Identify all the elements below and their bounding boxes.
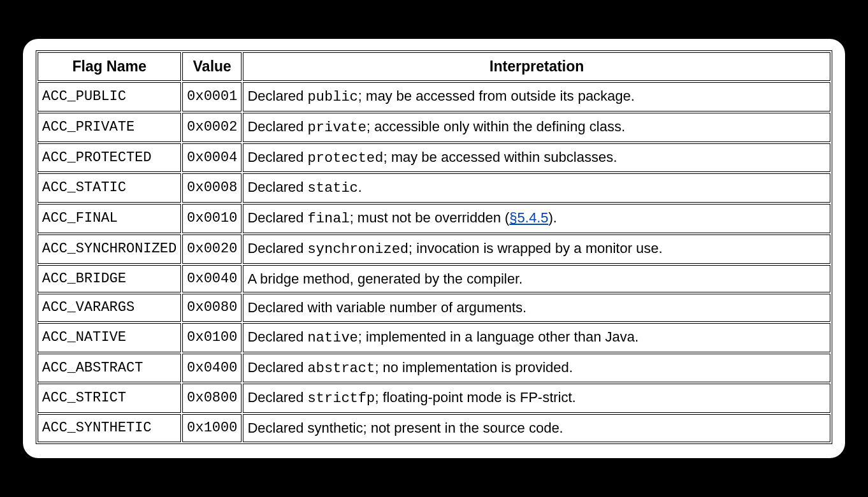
col-header-flag: Flag Name [38, 52, 181, 81]
table-row: ACC_PUBLIC0x0001Declared public; may be … [38, 82, 830, 112]
keyword-code: final [308, 211, 350, 227]
interpretation-text: Declared [247, 149, 307, 165]
interpretation-text: ; floating-point mode is FP-strict. [375, 389, 575, 405]
keyword-code: strictfp [308, 391, 375, 407]
interpretation-text: Declared with variable number of argumen… [247, 299, 526, 315]
keyword-code: synchronized [308, 241, 409, 257]
interpretation-text: ; invocation is wrapped by a monitor use… [409, 240, 663, 256]
flag-name-cell: ACC_PRIVATE [38, 113, 181, 142]
interpretation-text: ; no implementation is provided. [375, 359, 573, 375]
table-row: ACC_BRIDGE0x0040A bridge method, generat… [38, 265, 830, 293]
flag-interpretation-cell: Declared with variable number of argumen… [243, 294, 830, 322]
flag-value-cell: 0x0020 [182, 234, 242, 264]
flag-interpretation-cell: Declared strictfp; floating-point mode i… [243, 384, 830, 413]
interpretation-text: Declared [247, 359, 307, 375]
table-body: ACC_PUBLIC0x0001Declared public; may be … [38, 82, 830, 442]
table-row: ACC_ABSTRACT0x0400Declared abstract; no … [38, 354, 830, 383]
table-row: ACC_VARARGS0x0080Declared with variable … [38, 294, 830, 322]
flag-name-cell: ACC_PROTECTED [38, 143, 181, 173]
table-header-row: Flag Name Value Interpretation [38, 52, 830, 81]
flag-value-cell: 0x0100 [182, 323, 242, 352]
flag-name-cell: ACC_ABSTRACT [38, 354, 181, 383]
interpretation-text: . [358, 179, 362, 195]
flag-interpretation-cell: Declared synthetic; not present in the s… [243, 414, 830, 442]
flag-interpretation-cell: Declared protected; may be accessed with… [243, 143, 830, 173]
table-row: ACC_STRICT0x0800Declared strictfp; float… [38, 384, 830, 413]
spec-section-link[interactable]: §5.4.5 [509, 210, 548, 226]
interpretation-text: ; must not be overridden ( [350, 210, 510, 226]
table-row: ACC_SYNTHETIC0x1000Declared synthetic; n… [38, 414, 830, 442]
interpretation-text: Declared synthetic; not present in the s… [247, 420, 563, 436]
table-row: ACC_STATIC0x0008Declared static. [38, 173, 830, 203]
keyword-code: public [308, 89, 358, 105]
interpretation-text: Declared [247, 119, 307, 134]
interpretation-text: ; implemented in a language other than J… [358, 329, 639, 345]
table-header: Flag Name Value Interpretation [38, 52, 830, 81]
col-header-interpretation: Interpretation [243, 52, 830, 81]
flag-interpretation-cell: Declared synchronized; invocation is wra… [243, 234, 830, 264]
interpretation-text: Declared [247, 88, 307, 104]
table-row: ACC_SYNCHRONIZED0x0020Declared synchroni… [38, 234, 830, 264]
flag-name-cell: ACC_FINAL [38, 204, 181, 233]
keyword-code: abstract [308, 361, 375, 377]
table-row: ACC_FINAL0x0010Declared final; must not … [38, 204, 830, 233]
flag-name-cell: ACC_STATIC [38, 173, 181, 203]
flag-value-cell: 0x0040 [182, 265, 242, 293]
access-flags-table: Flag Name Value Interpretation ACC_PUBLI… [36, 50, 832, 443]
flag-name-cell: ACC_STRICT [38, 384, 181, 413]
interpretation-text: ; may be accessed within subclasses. [383, 149, 617, 165]
flag-value-cell: 0x0001 [182, 82, 242, 112]
interpretation-text: Declared [247, 329, 307, 345]
flag-value-cell: 0x1000 [182, 414, 242, 442]
keyword-code: private [308, 120, 366, 136]
interpretation-text: ; may be accessed from outside its packa… [358, 88, 635, 104]
flag-interpretation-cell: A bridge method, generated by the compil… [243, 265, 830, 293]
table-row: ACC_NATIVE0x0100Declared native; impleme… [38, 323, 830, 352]
table-row: ACC_PROTECTED0x0004Declared protected; m… [38, 143, 830, 173]
flag-name-cell: ACC_PUBLIC [38, 82, 181, 112]
flag-name-cell: ACC_SYNCHRONIZED [38, 234, 181, 264]
flag-value-cell: 0x0080 [182, 294, 242, 322]
col-header-value: Value [182, 52, 242, 81]
flag-interpretation-cell: Declared static. [243, 173, 830, 203]
interpretation-text: Declared [247, 240, 307, 256]
keyword-code: static [308, 180, 358, 196]
keyword-code: protected [308, 150, 384, 166]
interpretation-text: ). [548, 210, 556, 226]
document-card: Flag Name Value Interpretation ACC_PUBLI… [23, 39, 845, 457]
flag-interpretation-cell: Declared final; must not be overridden (… [243, 204, 830, 233]
flag-interpretation-cell: Declared abstract; no implementation is … [243, 354, 830, 383]
interpretation-text: Declared [247, 389, 307, 405]
flag-name-cell: ACC_NATIVE [38, 323, 181, 352]
flag-interpretation-cell: Declared private; accessible only within… [243, 113, 830, 142]
interpretation-text: Declared [247, 179, 307, 195]
flag-value-cell: 0x0004 [182, 143, 242, 173]
flag-value-cell: 0x0800 [182, 384, 242, 413]
flag-value-cell: 0x0002 [182, 113, 242, 142]
flag-value-cell: 0x0008 [182, 173, 242, 203]
flag-name-cell: ACC_VARARGS [38, 294, 181, 322]
table-row: ACC_PRIVATE0x0002Declared private; acces… [38, 113, 830, 142]
flag-interpretation-cell: Declared native; implemented in a langua… [243, 323, 830, 352]
interpretation-text: Declared [247, 210, 307, 226]
interpretation-text: A bridge method, generated by the compil… [247, 271, 523, 287]
flag-value-cell: 0x0400 [182, 354, 242, 383]
keyword-code: native [308, 330, 358, 346]
interpretation-text: ; accessible only within the defining cl… [366, 119, 625, 134]
flag-name-cell: ACC_BRIDGE [38, 265, 181, 293]
flag-name-cell: ACC_SYNTHETIC [38, 414, 181, 442]
flag-value-cell: 0x0010 [182, 204, 242, 233]
flag-interpretation-cell: Declared public; may be accessed from ou… [243, 82, 830, 112]
